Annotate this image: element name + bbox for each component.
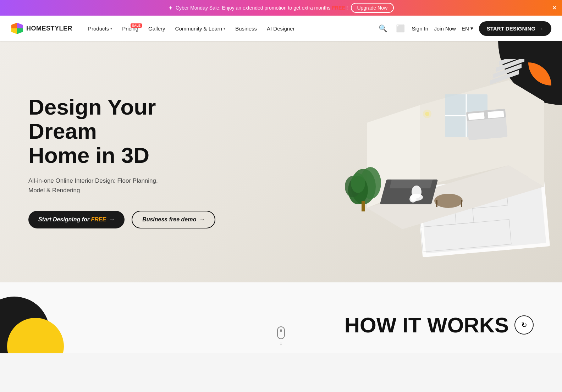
scroll-dot bbox=[280, 329, 282, 332]
logo-icon bbox=[11, 22, 23, 35]
nav-ai-designer[interactable]: AI Designer bbox=[263, 23, 299, 34]
start-designing-free-button[interactable]: Start Designing for FREE → bbox=[28, 211, 125, 228]
signin-link[interactable]: Sign In bbox=[412, 26, 429, 32]
svg-point-24 bbox=[434, 194, 463, 208]
hero-content: Design Your Dream Home in 3D All-in-one … bbox=[28, 95, 227, 229]
products-chevron-icon: ▾ bbox=[110, 27, 112, 31]
play-icon: ↻ bbox=[521, 321, 527, 329]
nav-gallery[interactable]: Gallery bbox=[144, 23, 170, 34]
start-designing-button[interactable]: START DESIGNING → bbox=[479, 21, 551, 36]
how-it-works-title: HOW IT WORKS bbox=[345, 313, 509, 337]
nav-pricing[interactable]: Pricing SALE bbox=[118, 23, 143, 34]
upgrade-now-button[interactable]: Upgrade Now bbox=[351, 3, 394, 13]
sale-badge: SALE bbox=[131, 23, 142, 28]
nav-community-learn[interactable]: Community & Learn ▾ bbox=[171, 23, 230, 34]
hero-title: Design Your Dream Home in 3D bbox=[28, 95, 227, 168]
language-selector[interactable]: EN ▾ bbox=[462, 25, 473, 32]
how-it-works-play-button[interactable]: ↻ bbox=[514, 315, 534, 335]
svg-rect-26 bbox=[461, 200, 462, 207]
search-button[interactable]: 🔍 bbox=[377, 23, 389, 34]
promo-banner: ✦ Cyber Monday Sale: Enjoy an extended p… bbox=[0, 0, 562, 16]
joinnow-link[interactable]: Join Now bbox=[434, 26, 456, 32]
btn-secondary-arrow-icon: → bbox=[199, 216, 205, 223]
community-chevron-icon: ▾ bbox=[224, 27, 225, 31]
promo-close-button[interactable]: × bbox=[552, 4, 556, 12]
svg-rect-21 bbox=[388, 180, 436, 188]
svg-rect-25 bbox=[436, 200, 437, 207]
hero-buttons: Start Designing for FREE → Business free… bbox=[28, 211, 227, 228]
svg-point-42 bbox=[423, 110, 431, 118]
svg-rect-20 bbox=[384, 187, 434, 204]
hero-subtitle: All-in-one Online Interior Design: Floor… bbox=[28, 176, 170, 195]
nav-products[interactable]: Products ▾ bbox=[84, 23, 116, 34]
navbar: HOMESTYLER Products ▾ Pricing SALE Galle… bbox=[0, 16, 562, 41]
promo-text: Cyber Monday Sale: Enjoy an extended pro… bbox=[176, 5, 348, 11]
start-designing-arrow-icon: → bbox=[538, 26, 544, 32]
hero-3d-room-illustration bbox=[296, 59, 562, 265]
scroll-mouse-icon bbox=[277, 326, 285, 339]
svg-point-40 bbox=[411, 197, 415, 201]
btn-primary-arrow-icon: → bbox=[109, 216, 115, 223]
device-preview-button[interactable]: ⬜ bbox=[395, 23, 406, 34]
nav-business[interactable]: Business bbox=[231, 23, 261, 34]
business-free-demo-button[interactable]: Business free demo → bbox=[132, 211, 215, 228]
promo-star-icon: ✦ bbox=[168, 5, 173, 11]
how-it-works-section: HOW IT WORKS ↻ ↓ bbox=[0, 282, 562, 353]
nav-right: 🔍 ⬜ Sign In Join Now EN ▾ START DESIGNIN… bbox=[377, 21, 551, 36]
lang-chevron-icon: ▾ bbox=[470, 25, 473, 32]
svg-rect-34 bbox=[362, 201, 365, 211]
deco-bottom-left bbox=[0, 282, 64, 353]
hero-section: Design Your Dream Home in 3D All-in-one … bbox=[0, 41, 562, 282]
scroll-indicator: ↓ bbox=[277, 326, 285, 346]
nav-links: Products ▾ Pricing SALE Gallery Communit… bbox=[84, 23, 377, 34]
scroll-arrow-icon: ↓ bbox=[280, 341, 282, 346]
svg-point-36 bbox=[351, 173, 365, 193]
logo-link[interactable]: HOMESTYLER bbox=[11, 22, 72, 35]
logo-text: HOMESTYLER bbox=[26, 25, 72, 32]
